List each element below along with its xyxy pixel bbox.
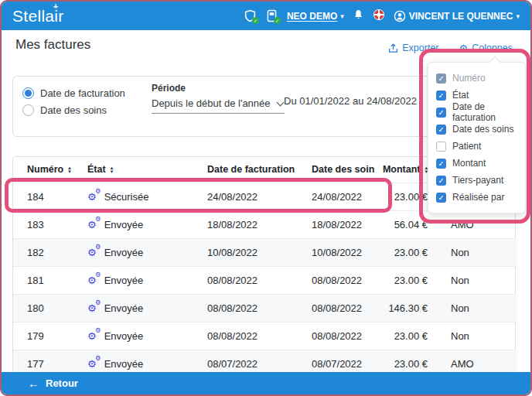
header-label: État xyxy=(87,164,106,175)
export-label: Exporter xyxy=(402,43,438,53)
header-montant[interactable]: Montant▴▾ xyxy=(375,157,431,183)
practice-name: NEO DEMO xyxy=(287,11,337,22)
support-button[interactable] xyxy=(373,9,385,24)
notifications-button[interactable] xyxy=(353,9,364,24)
cell-numero: 182 xyxy=(13,238,73,266)
arrow-left-icon: ← xyxy=(28,377,39,390)
chevron-down-icon: ▾ xyxy=(340,12,344,20)
header-numero[interactable]: Numéro▴▾ xyxy=(13,157,73,183)
sort-icon[interactable]: ▴▾ xyxy=(68,166,71,174)
chevron-down-icon: ▾ xyxy=(516,12,520,20)
cell-tiers-payant: Non xyxy=(431,266,517,294)
header-etat[interactable]: État▴▾ xyxy=(73,157,193,183)
status-label: Envoyée xyxy=(104,275,144,286)
cell-date-facturation: 24/08/2022 xyxy=(193,183,298,210)
column-toggle-label: Numéro xyxy=(452,73,486,84)
column-toggle-montant[interactable]: Montant xyxy=(436,155,517,172)
column-toggle-label: État xyxy=(452,90,469,101)
sort-icon[interactable]: ▴▾ xyxy=(111,166,114,174)
practice-selector[interactable]: NEO DEMO ▾ xyxy=(287,11,344,22)
column-toggle-label: Date de facturation xyxy=(452,101,517,123)
radio-date-facturation[interactable]: Date de facturation xyxy=(22,87,125,99)
column-toggle-numero[interactable]: Numéro xyxy=(436,70,517,87)
column-toggle-date-facturation[interactable]: Date de facturation xyxy=(436,104,517,121)
header-label: Montant xyxy=(383,164,421,175)
date-range-text: Du 01/01/2022 au 24/08/2022 xyxy=(284,95,417,107)
cell-date-soins: 24/08/2022 xyxy=(298,183,375,210)
cogs-icon: ⚙⚙ xyxy=(87,191,97,203)
cell-montant: 23.00 € xyxy=(375,238,431,266)
cell-date-facturation: 08/08/2022 xyxy=(193,294,298,322)
radio-date-soins[interactable]: Date des soins xyxy=(22,104,125,116)
app-logo[interactable]: Stellair + xyxy=(12,7,64,26)
invoice-row[interactable]: 180 ⚙⚙Envoyée 08/08/2022 08/08/2022 146.… xyxy=(13,294,517,322)
cell-etat: ⚙⚙Envoyée xyxy=(73,266,193,294)
header-label: Date des soins xyxy=(312,164,375,175)
gear-icon: ⚙ xyxy=(459,43,469,53)
cell-date-soins: 08/08/2022 xyxy=(298,266,375,294)
checkbox-icon xyxy=(436,125,446,135)
invoice-row[interactable]: 183 ⚙⚙Envoyée 18/08/2022 18/08/2022 56.0… xyxy=(13,210,517,238)
cell-tiers-payant: AMO xyxy=(431,210,517,238)
user-menu[interactable]: VINCENT LE QUENNEC ▾ xyxy=(394,10,520,22)
period-select[interactable]: Depuis le début de l'année xyxy=(152,96,285,114)
cell-montant: 23.00 € xyxy=(375,322,431,350)
reader-status[interactable]: ✓ xyxy=(265,9,278,22)
cell-numero: 180 xyxy=(13,294,73,322)
bell-icon xyxy=(353,9,364,21)
check-badge-icon: ✓ xyxy=(274,17,281,24)
cell-numero: 184 xyxy=(13,183,73,210)
page-title: Mes factures xyxy=(15,37,90,53)
invoice-row[interactable]: 181 ⚙⚙Envoyée 08/08/2022 08/08/2022 23.0… xyxy=(13,266,517,294)
cell-etat: ⚙⚙Envoyée xyxy=(73,322,193,350)
period-field: Période Depuis le début de l'année xyxy=(152,83,285,114)
lifering-icon xyxy=(373,9,385,21)
cell-etat: ⚙⚙Envoyée xyxy=(73,210,193,238)
cell-montant: 146.30 € xyxy=(375,294,431,322)
chevron-down-icon xyxy=(277,98,285,106)
radio-icon xyxy=(22,87,34,99)
invoice-row[interactable]: 182 ⚙⚙Envoyée 10/08/2022 10/08/2022 23.0… xyxy=(13,238,517,266)
status-label: Envoyée xyxy=(104,247,144,258)
column-toggle-label: Date des soins xyxy=(452,124,513,135)
cogs-icon: ⚙⚙ xyxy=(87,219,97,230)
cell-tiers-payant: Non xyxy=(431,238,517,266)
column-toggle-label: Réalisée par xyxy=(452,192,504,203)
columns-label: Colonnes xyxy=(472,43,513,53)
checkbox-icon xyxy=(436,142,446,152)
header-label: Numéro xyxy=(27,164,63,175)
app-window: Stellair + ✓ ✓ NEO DEMO ▾ xyxy=(0,0,532,396)
checkbox-icon xyxy=(436,159,446,169)
column-toggle-label: Tiers-payant xyxy=(452,175,503,186)
topbar-right: ✓ ✓ NEO DEMO ▾ xyxy=(244,9,520,24)
vitale-card-status[interactable]: ✓ xyxy=(244,9,257,22)
column-toggle-label: Patient xyxy=(452,141,481,152)
cell-tiers-payant: Non xyxy=(431,322,517,350)
checkbox-icon xyxy=(436,73,446,84)
cogs-icon: ⚙⚙ xyxy=(87,302,97,314)
export-button[interactable]: Exporter xyxy=(388,43,438,53)
cell-date-facturation: 18/08/2022 xyxy=(193,210,298,238)
cell-montant: 56.04 € xyxy=(375,210,431,238)
column-toggle-date-soins[interactable]: Date des soins xyxy=(436,121,517,138)
period-value: Depuis le début de l'année xyxy=(152,97,271,109)
header-date-facturation[interactable]: Date de facturation▴▾ xyxy=(193,157,298,183)
back-button[interactable]: ← Retour xyxy=(2,372,530,394)
column-toggle-tiers-payant[interactable]: Tiers-payant xyxy=(436,172,517,189)
period-label: Période xyxy=(152,83,285,94)
column-toggle-patient[interactable]: Patient xyxy=(436,138,517,155)
date-type-radio-group: Date de facturation Date des soins xyxy=(22,87,125,116)
column-toggle-realisee-par[interactable]: Réalisée par xyxy=(436,189,517,206)
cell-date-facturation: 08/08/2022 xyxy=(193,266,298,294)
status-label: Sécurisée xyxy=(104,191,149,203)
cell-date-soins: 08/08/2022 xyxy=(298,322,375,350)
invoice-row[interactable]: 179 ⚙⚙Envoyée 08/08/2022 08/08/2022 23.0… xyxy=(13,322,517,350)
cogs-icon: ⚙⚙ xyxy=(87,330,97,342)
checkbox-icon xyxy=(436,108,446,118)
status-label: Envoyée xyxy=(104,219,144,230)
header-date-soins[interactable]: Date des soins▴▾ xyxy=(298,157,375,183)
columns-button[interactable]: ⚙ Colonnes xyxy=(459,43,513,53)
cell-numero: 183 xyxy=(13,210,73,238)
cell-numero: 179 xyxy=(13,322,73,350)
cell-date-facturation: 08/08/2022 xyxy=(193,322,298,350)
